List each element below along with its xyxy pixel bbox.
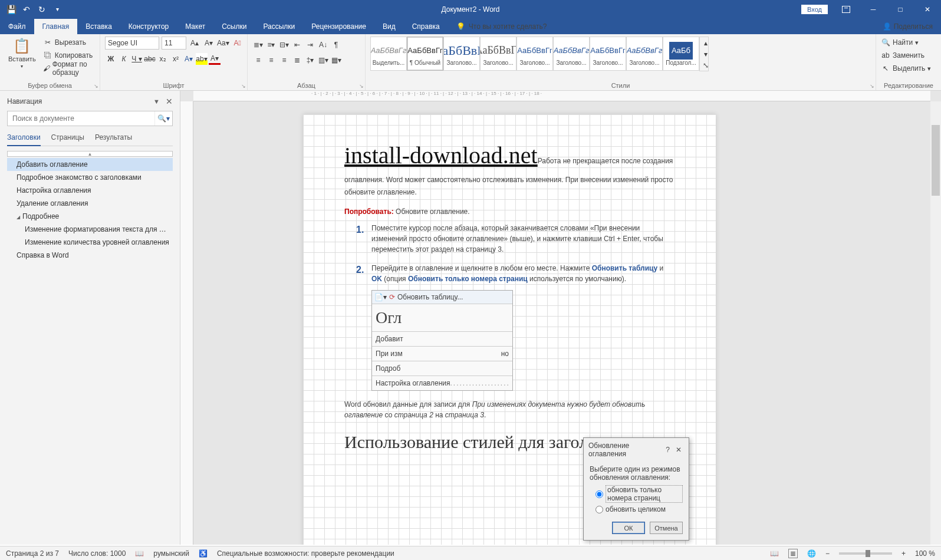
grow-font-button[interactable]: A▴ xyxy=(189,37,200,49)
tab-insert[interactable]: Вставка xyxy=(77,19,120,34)
minimize-button[interactable]: ─ xyxy=(860,0,887,18)
increase-indent-button[interactable]: ⇥ xyxy=(304,39,316,51)
view-web-icon[interactable]: 🌐 xyxy=(807,549,816,558)
show-marks-button[interactable]: ¶ xyxy=(330,39,342,51)
align-center-button[interactable]: ≡ xyxy=(265,54,277,66)
align-right-button[interactable]: ≡ xyxy=(278,54,290,66)
dialog-cancel-button[interactable]: Отмена xyxy=(650,522,683,534)
dialog-close-button[interactable]: ✕ xyxy=(673,446,684,454)
cut-button[interactable]: ✂Вырезать xyxy=(43,37,95,48)
nav-item[interactable]: Удаление оглавления xyxy=(7,197,173,210)
font-dialog-launcher[interactable]: ↘ xyxy=(241,83,246,89)
radio-page-numbers[interactable]: обновить только номера страниц xyxy=(590,484,683,504)
status-words[interactable]: Число слов: 1000 xyxy=(68,549,126,558)
text-effects-button[interactable]: A▾ xyxy=(183,53,195,65)
style-item[interactable]: АаБбПодзагол... xyxy=(663,37,699,71)
shading-button[interactable]: ▥▾ xyxy=(317,54,329,66)
style-item[interactable]: АаБбВвГгЗаголово... xyxy=(590,37,626,71)
styles-down-button[interactable]: ▾ xyxy=(700,48,712,60)
search-icon[interactable]: 🔍▾ xyxy=(154,111,172,126)
share-button[interactable]: 👤 Поделиться xyxy=(874,19,941,34)
zoom-level[interactable]: 100 % xyxy=(915,549,935,558)
tab-file[interactable]: Файл xyxy=(0,19,34,34)
tab-mailings[interactable]: Рассылки xyxy=(255,19,303,34)
dialog-ok-button[interactable]: ОК xyxy=(612,522,645,534)
numbering-button[interactable]: ≡▾ xyxy=(265,39,277,51)
nav-item[interactable]: Справка в Word xyxy=(7,249,173,262)
nav-menu-button[interactable]: ▼ xyxy=(153,98,160,105)
status-page[interactable]: Страница 2 из 7 xyxy=(6,549,59,558)
nav-tab-headings[interactable]: Заголовки xyxy=(7,131,41,146)
spellcheck-icon[interactable]: 📖 xyxy=(135,549,144,558)
maximize-button[interactable]: □ xyxy=(887,0,914,18)
vertical-ruler[interactable] xyxy=(180,101,193,545)
style-item[interactable]: АаБбВвГгЗаголово... xyxy=(443,37,480,71)
radio-entire[interactable]: обновить целиком xyxy=(590,504,683,515)
select-button[interactable]: ↖Выделить ▾ xyxy=(881,62,931,74)
strike-button[interactable]: abc xyxy=(144,53,156,65)
nav-tab-results[interactable]: Результаты xyxy=(95,131,132,146)
bold-button[interactable]: Ж xyxy=(105,53,117,65)
borders-button[interactable]: ▦▾ xyxy=(330,54,342,66)
styles-dialog-launcher[interactable]: ↘ xyxy=(870,83,874,89)
format-painter-button[interactable]: 🖌Формат по образцу xyxy=(43,62,95,74)
copy-button[interactable]: ⿻Копировать xyxy=(43,50,95,61)
style-item[interactable]: АаБбВвГгЗаголово... xyxy=(516,37,553,71)
font-color-button[interactable]: A▾ xyxy=(209,53,221,65)
tab-layout[interactable]: Макет xyxy=(177,19,213,34)
qat-customize-icon[interactable]: ▾ xyxy=(51,3,64,16)
nav-search[interactable]: 🔍▾ xyxy=(7,111,173,126)
justify-button[interactable]: ≣ xyxy=(291,54,303,66)
nav-item[interactable]: Настройка оглавления xyxy=(7,184,173,197)
a11y-icon[interactable]: ♿ xyxy=(199,549,208,558)
nav-item[interactable]: Подробнее xyxy=(7,210,173,223)
tab-references[interactable]: Ссылки xyxy=(213,19,255,34)
tell-me[interactable]: 💡Что вы хотите сделать? xyxy=(448,19,555,34)
nav-item[interactable]: Добавить оглавление xyxy=(7,158,173,171)
save-icon[interactable]: 💾 xyxy=(5,3,18,16)
paragraph-dialog-launcher[interactable]: ↘ xyxy=(359,83,364,89)
view-read-icon[interactable]: 📖 xyxy=(770,549,779,558)
styles-more-button[interactable]: ⤡ xyxy=(700,60,712,71)
redo-icon[interactable]: ↻ xyxy=(35,3,48,16)
nav-tab-pages[interactable]: Страницы xyxy=(51,131,84,146)
superscript-button[interactable]: x² xyxy=(170,53,182,65)
zoom-out-button[interactable]: − xyxy=(825,549,830,558)
tab-help[interactable]: Справка xyxy=(404,19,448,34)
style-item[interactable]: АаБбВвГгВыделить... xyxy=(370,37,407,71)
nav-item[interactable]: Изменение количества уровней оглавления xyxy=(7,236,173,249)
dialog-help-button[interactable]: ? xyxy=(662,446,673,454)
status-language[interactable]: румынский xyxy=(153,549,189,558)
nav-search-input[interactable] xyxy=(8,111,154,126)
zoom-slider[interactable] xyxy=(839,552,892,555)
sort-button[interactable]: A↓ xyxy=(317,39,329,51)
styles-up-button[interactable]: ▴ xyxy=(700,37,712,48)
radio-input[interactable] xyxy=(595,490,603,498)
italic-button[interactable]: К xyxy=(118,53,130,65)
tab-review[interactable]: Рецензирование xyxy=(303,19,374,34)
style-item[interactable]: АаБбВвГгЗаголово... xyxy=(626,37,663,71)
shrink-font-button[interactable]: A▾ xyxy=(203,37,215,49)
undo-icon[interactable]: ↶ xyxy=(20,3,33,16)
clear-formatting-button[interactable]: Aᷤ xyxy=(232,37,244,49)
ribbon-options-icon[interactable] xyxy=(833,0,860,18)
decrease-indent-button[interactable]: ⇤ xyxy=(291,39,303,51)
style-item[interactable]: АаБбВвГгЗаголово... xyxy=(480,37,516,71)
tab-home[interactable]: Главная xyxy=(34,19,78,34)
find-button[interactable]: 🔍Найти ▾ xyxy=(881,37,919,48)
replace-button[interactable]: abЗаменить xyxy=(881,50,924,61)
tab-view[interactable]: Вид xyxy=(374,19,404,34)
clipboard-dialog-launcher[interactable]: ↘ xyxy=(94,83,98,89)
close-button[interactable]: ✕ xyxy=(914,0,941,18)
align-left-button[interactable]: ≡ xyxy=(252,54,264,66)
nav-jump-top[interactable]: ▲ xyxy=(7,151,173,157)
nav-item[interactable]: Подробное знакомство с заголовками xyxy=(7,171,173,184)
tab-design[interactable]: Конструктор xyxy=(120,19,177,34)
radio-input[interactable] xyxy=(595,506,603,513)
styles-gallery[interactable]: АаБбВвГгВыделить... АаБбВвГг¶ Обычный Аа… xyxy=(370,37,709,71)
vertical-scrollbar[interactable] xyxy=(930,101,941,545)
login-button[interactable]: Вход xyxy=(801,5,828,14)
zoom-in-button[interactable]: + xyxy=(901,549,906,558)
horizontal-ruler[interactable]: · 1 · | · 2 · | · 3 · | · 4 · | · 5 · | … xyxy=(193,91,930,101)
multilevel-button[interactable]: ⊟▾ xyxy=(278,39,290,51)
